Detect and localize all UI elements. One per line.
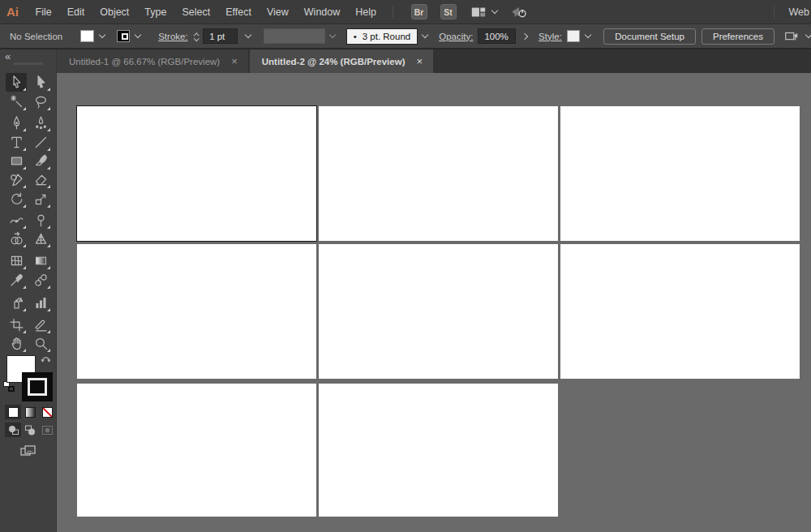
artboard-4[interactable] [77, 244, 316, 379]
line-segment-tool[interactable] [30, 133, 51, 152]
perspective-grid-tool[interactable] [30, 230, 51, 248]
flyout-indicator [47, 308, 50, 311]
stroke-weight-stepper[interactable] [195, 32, 199, 41]
type-tool[interactable] [6, 133, 27, 152]
gradient-tool[interactable] [30, 251, 51, 270]
chevron-right-icon[interactable] [521, 32, 528, 39]
tab-title: Untitled-2 @ 24% (RGB/Preview) [262, 57, 406, 66]
artboard-1-active[interactable] [77, 106, 316, 241]
menu-select[interactable]: Select [174, 0, 218, 24]
preferences-button[interactable]: Preferences [702, 28, 775, 45]
bridge-button[interactable]: Br [411, 4, 427, 19]
mesh-tool[interactable] [6, 251, 27, 270]
menu-type[interactable]: Type [137, 0, 174, 24]
scale-tool[interactable] [30, 190, 51, 208]
eraser-tool[interactable] [30, 170, 51, 189]
hand-tool[interactable] [6, 334, 27, 353]
lasso-tool[interactable] [30, 92, 51, 111]
curvature-tool[interactable] [30, 114, 51, 132]
document-tab-1[interactable]: Untitled-1 @ 66.67% (RGB/Preview)× [57, 49, 248, 73]
flyout-indicator [23, 244, 26, 247]
chevron-down-icon [328, 32, 335, 38]
flyout-indicator [47, 185, 50, 188]
chevron-down-icon[interactable] [422, 32, 428, 38]
artboard-2[interactable] [319, 106, 558, 241]
chevron-down-icon[interactable] [245, 32, 251, 38]
paintbrush-tool[interactable] [30, 152, 51, 170]
fill-color-swatch[interactable] [80, 30, 93, 42]
artboard-tool[interactable] [6, 315, 27, 334]
collapse-panel-button[interactable]: « [5, 50, 10, 62]
eyedropper-tool[interactable] [6, 271, 27, 290]
chevron-down-icon[interactable] [585, 32, 591, 38]
stroke-color-control[interactable] [22, 372, 53, 401]
draw-inside-button[interactable] [39, 423, 55, 437]
column-graph-tool[interactable] [30, 294, 51, 312]
artboard-8[interactable] [319, 384, 558, 517]
pen-tool[interactable] [6, 114, 27, 132]
artboard-6[interactable] [560, 244, 800, 379]
none-button[interactable] [39, 405, 55, 419]
menu-file[interactable]: File [28, 0, 59, 24]
menu-help[interactable]: Help [348, 0, 384, 24]
blend-tool[interactable] [30, 271, 51, 290]
style-panel-link[interactable]: Style: [539, 32, 562, 41]
screen-mode-button[interactable] [18, 442, 39, 460]
panel-drag-handle[interactable] [14, 62, 43, 65]
stock-button[interactable]: St [440, 4, 457, 19]
magic-wand-tool[interactable] [6, 92, 27, 111]
selection-tool[interactable] [6, 73, 27, 92]
tab-close-icon[interactable]: × [414, 55, 424, 67]
gradient-swatch [25, 407, 36, 418]
direct-selection-tool[interactable] [30, 73, 51, 92]
menu-effect[interactable]: Effect [218, 0, 260, 24]
flyout-indicator [47, 88, 50, 91]
symbol-sprayer-tool[interactable] [6, 294, 27, 312]
share-app-icon[interactable] [510, 4, 528, 20]
puppet-warp-tool[interactable] [30, 211, 51, 230]
step-down-icon[interactable] [194, 36, 199, 41]
opacity-panel-link[interactable]: Opacity: [439, 32, 473, 41]
rectangle-tool[interactable] [6, 152, 27, 170]
draw-behind-button[interactable] [22, 423, 38, 437]
chevron-down-icon [491, 7, 497, 14]
gradient-button[interactable] [22, 405, 38, 419]
flyout-indicator [23, 308, 26, 311]
document-tab-2[interactable]: Untitled-2 @ 24% (RGB/Preview)× [250, 49, 433, 73]
swap-fill-stroke-icon[interactable] [41, 354, 52, 365]
menu-edit[interactable]: Edit [59, 0, 92, 24]
workspace-name-label[interactable]: Web [779, 6, 811, 18]
style-swatch[interactable] [567, 30, 580, 42]
stroke-panel-link[interactable]: Stroke: [158, 32, 187, 41]
default-fill-stroke-icon[interactable] [3, 381, 16, 393]
document-setup-button[interactable]: Document Setup [603, 28, 696, 45]
stroke-weight-field[interactable]: 1 pt [203, 28, 238, 44]
zoom-tool[interactable] [30, 334, 51, 353]
workspace-switcher-icon[interactable] [470, 4, 497, 20]
menu-object[interactable]: Object [92, 0, 137, 24]
canvas-area[interactable] [57, 73, 811, 532]
draw-normal-button[interactable] [5, 423, 21, 437]
brush-definition-dropdown[interactable]: • 3 pt. Round [346, 28, 418, 45]
chevron-down-icon[interactable] [135, 32, 141, 38]
artboard-3[interactable] [560, 106, 800, 241]
shaper-tool[interactable] [6, 170, 27, 189]
menu-view[interactable]: View [259, 0, 296, 24]
color-button[interactable] [5, 405, 21, 419]
chevron-down-icon[interactable] [98, 32, 105, 38]
artboard-7[interactable] [77, 384, 316, 517]
opacity-field[interactable]: 100% [478, 28, 516, 44]
artboard-5[interactable] [319, 244, 558, 379]
stroke-color-swatch[interactable] [117, 30, 130, 42]
chevron-down-icon [805, 32, 811, 38]
flyout-indicator [47, 349, 50, 352]
width-tool[interactable] [6, 211, 27, 230]
slice-tool[interactable] [30, 315, 51, 334]
flyout-indicator [47, 148, 50, 151]
menu-window[interactable]: Window [296, 0, 347, 24]
shape-builder-tool[interactable] [6, 230, 27, 248]
rotate-tool[interactable] [6, 190, 27, 208]
tab-close-icon[interactable]: × [230, 55, 239, 67]
color-swatch [8, 407, 19, 418]
arrange-documents-icon[interactable] [783, 28, 811, 45]
